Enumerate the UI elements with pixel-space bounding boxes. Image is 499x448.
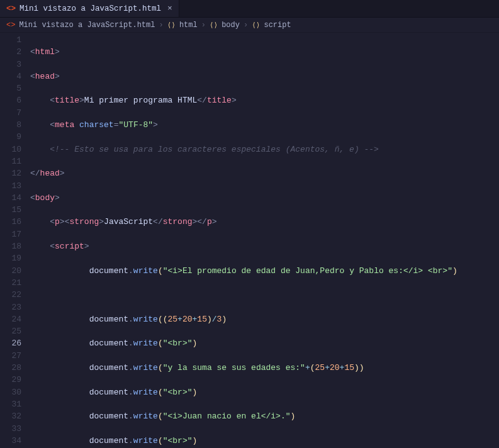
line-number: 27 <box>0 350 21 362</box>
line-number: 1 <box>0 34 21 46</box>
code-line[interactable]: document.write("<br>") <box>30 337 499 349</box>
html-file-icon: <> <box>6 21 15 30</box>
tab-filename: Mini vistazo a JavaScript.html <box>20 4 161 13</box>
line-number: 30 <box>0 386 21 398</box>
code-line[interactable]: document.write("<br>") <box>30 386 499 398</box>
breadcrumb-part[interactable]: script <box>264 21 291 30</box>
line-number: 32 <box>0 410 21 422</box>
line-number: 26 <box>0 337 21 349</box>
code-line[interactable]: <title>Mi primer programa HTML</title> <box>30 94 499 106</box>
line-number: 11 <box>0 155 21 167</box>
code-line[interactable]: document.write((25+20+15)/3) <box>30 313 499 325</box>
line-number: 28 <box>0 362 21 374</box>
code-line[interactable]: document.write("<i>El promedio de edad d… <box>30 265 499 277</box>
tab-active[interactable]: <> Mini vistazo a JavaScript.html ● × <box>0 0 179 17</box>
code-line[interactable]: document.write("y la suma se sus edades … <box>30 362 499 374</box>
line-number: 13 <box>0 180 21 192</box>
code-line[interactable]: <meta charset="UTF-8"> <box>30 119 499 131</box>
code-line[interactable]: <p><strong>JavaScript</strong></p> <box>30 216 499 228</box>
line-number: 20 <box>0 265 21 277</box>
chevron-right-icon: › <box>201 21 206 30</box>
code-line[interactable]: </head> <box>30 167 499 179</box>
line-number: 18 <box>0 240 21 252</box>
line-number: 12 <box>0 167 21 179</box>
line-number: 24 <box>0 313 21 325</box>
line-number: 3 <box>0 59 21 70</box>
line-number-gutter: 1234567891011121314151617181920212223242… <box>0 33 30 448</box>
code-line[interactable]: document.write("<br>") <box>30 435 499 447</box>
line-number: 21 <box>0 277 21 289</box>
breadcrumb-part[interactable]: html <box>179 21 198 30</box>
line-number: 8 <box>0 119 21 131</box>
breadcrumb-part[interactable]: body <box>221 21 240 30</box>
line-number: 14 <box>0 192 21 204</box>
line-number: 25 <box>0 325 21 337</box>
code-line[interactable]: <!-- Esto se usa para los caracteres esp… <box>30 143 499 155</box>
close-icon[interactable]: × <box>165 4 172 13</box>
line-number: 23 <box>0 301 21 313</box>
line-number: 31 <box>0 398 21 410</box>
code-line[interactable]: <script> <box>30 240 499 252</box>
line-number: 17 <box>0 228 21 240</box>
line-number: 2 <box>0 46 21 58</box>
line-number: 7 <box>0 107 21 119</box>
line-number: 22 <box>0 289 21 301</box>
code-line[interactable] <box>30 289 499 301</box>
breadcrumb: <> Mini vistazo a JavaScript.html › ⟨⟩ h… <box>0 18 499 33</box>
line-number: 10 <box>0 143 21 155</box>
line-number: 5 <box>0 82 21 94</box>
line-number: 16 <box>0 216 21 228</box>
chevron-right-icon: › <box>244 21 248 30</box>
line-number: 29 <box>0 374 21 386</box>
editor[interactable]: 1234567891011121314151617181920212223242… <box>0 33 499 448</box>
line-number: 34 <box>0 435 21 447</box>
code-line[interactable]: <head> <box>30 70 499 82</box>
line-number: 33 <box>0 423 21 435</box>
line-number: 6 <box>0 94 21 106</box>
code-line[interactable]: <body> <box>30 192 499 204</box>
chevron-right-icon: › <box>159 21 163 30</box>
symbol-icon: ⟨⟩ <box>252 21 260 29</box>
line-number: 19 <box>0 252 21 264</box>
tab-bar: <> Mini vistazo a JavaScript.html ● × <box>0 0 499 18</box>
code-line[interactable]: <html> <box>30 46 499 58</box>
html-file-icon: <> <box>6 4 16 13</box>
symbol-icon: ⟨⟩ <box>167 21 176 29</box>
code-area[interactable]: <html> <head> <title>Mi primer programa … <box>30 33 499 448</box>
symbol-icon: ⟨⟩ <box>210 21 218 29</box>
line-number: 4 <box>0 70 21 82</box>
line-number: 15 <box>0 204 21 216</box>
breadcrumb-file[interactable]: Mini vistazo a JavaScript.html <box>19 21 155 30</box>
code-line[interactable]: document.write("<i>Juan nacio en el</i>.… <box>30 410 499 422</box>
line-number: 9 <box>0 131 21 143</box>
